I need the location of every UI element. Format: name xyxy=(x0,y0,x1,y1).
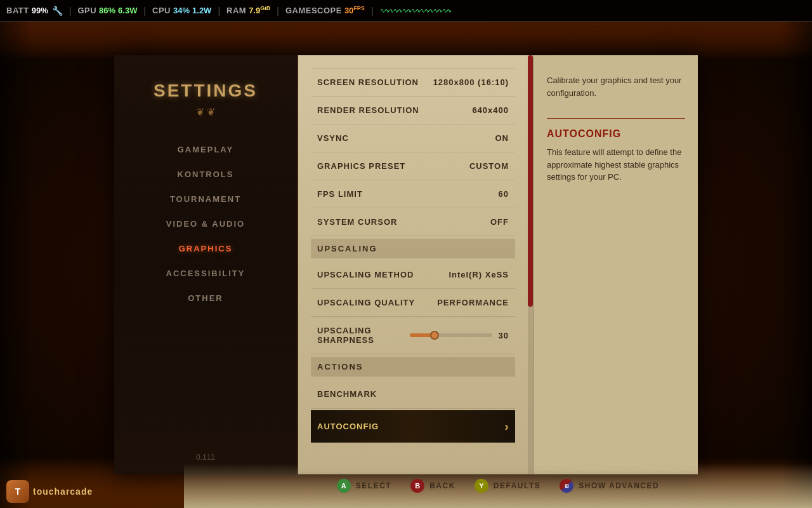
settings-container: SETTINGS ❦ ❦ GAMEPLAY KONTROLS TOURNAMEN… xyxy=(114,55,698,474)
autoconfig-row[interactable]: AUTOCONFIG › xyxy=(311,410,515,443)
b-button-icon: B xyxy=(410,479,424,493)
setting-upscaling-method[interactable]: UPSCALING METHOD Intel(R) XeSS xyxy=(311,261,515,289)
vsync-value: ON xyxy=(495,133,509,143)
setting-system-cursor[interactable]: SYSTEM CURSOR OFF xyxy=(311,208,515,236)
info-divider xyxy=(547,118,685,119)
sharpness-slider-container[interactable]: 30 xyxy=(410,331,509,340)
version-label: 0.111 xyxy=(196,453,215,462)
scroll-thumb[interactable] xyxy=(528,55,533,307)
hud-gpu: GPU 86% 6.3W xyxy=(77,6,137,15)
setting-fps-limit[interactable]: FPS LIMIT 60 xyxy=(311,180,515,208)
sharpness-value: 30 xyxy=(499,331,509,340)
upscaling-quality-value: PERFORMANCE xyxy=(437,298,509,307)
screen-resolution-label: SCREEN RESOLUTION xyxy=(317,77,419,87)
page-title: SETTINGS xyxy=(154,81,258,101)
scroll-indicator[interactable] xyxy=(528,55,533,474)
fps-limit-value: 60 xyxy=(499,189,509,199)
setting-upscaling-sharpness[interactable]: UPSCALING SHARPNESS 30 xyxy=(311,317,515,354)
gamescope-label: GAMESCOPE xyxy=(285,6,342,15)
action-bar: A SELECT B BACK Y DEFAULTS ⊞ SHOW ADVANC… xyxy=(184,464,812,508)
cpu-power: 1.2W xyxy=(192,6,211,15)
hud-batt: BATT 99% xyxy=(6,6,48,15)
benchmark-label: BENCHMARK xyxy=(317,389,377,399)
defaults-label: DEFAULTS xyxy=(494,481,540,490)
y-button-icon: Y xyxy=(475,479,488,493)
benchmark-row[interactable]: BENCHMARK xyxy=(311,379,515,409)
upscaling-method-value: Intel(R) XeSS xyxy=(449,270,509,279)
setting-upscaling-quality[interactable]: UPSCALING QUALITY PERFORMANCE xyxy=(311,289,515,317)
ta-logo-text: toucharcade xyxy=(33,486,93,497)
toucharcade-logo: T toucharcade xyxy=(6,480,93,503)
performance-graph: ∿∿∿∿∿∿∿∿∿∿∿∿∿∿∿∿ xyxy=(380,7,451,14)
nav-tournament[interactable]: TOURNAMENT xyxy=(114,187,297,211)
show-advanced-button[interactable]: ⊞ SHOW ADVANCED xyxy=(560,479,659,493)
nav-other[interactable]: OTHER xyxy=(114,286,297,311)
gpu-label: GPU xyxy=(77,6,96,15)
nav-video-audio[interactable]: VIDEO & AUDIO xyxy=(114,211,297,236)
select-button[interactable]: A SELECT xyxy=(337,479,391,493)
a-button-icon: A xyxy=(337,479,351,493)
show-advanced-label: SHOW ADVANCED xyxy=(579,481,659,490)
info-text: Calibrate your graphics and test your co… xyxy=(547,74,685,99)
batt-value: 99% xyxy=(32,6,48,15)
upscaling-sharpness-label: UPSCALING SHARPNESS xyxy=(317,326,410,345)
autoconfig-label: AUTOCONFIG xyxy=(317,422,379,431)
cpu-value: 34% xyxy=(173,6,190,15)
settings-list[interactable]: SCREEN RESOLUTION 812x508 (16:10) RENDE… xyxy=(298,55,528,474)
upscaling-method-label: UPSCALING METHOD xyxy=(317,270,414,279)
nav-graphics[interactable]: GRAPHICS xyxy=(114,236,297,261)
system-cursor-value: OFF xyxy=(490,217,509,227)
nav-accessibility[interactable]: ACCESSIBILITY xyxy=(114,261,297,286)
fps-limit-label: FPS LIMIT xyxy=(317,189,363,199)
defaults-button[interactable]: Y DEFAULTS xyxy=(475,479,540,493)
vsync-label: VSYNC xyxy=(317,133,349,143)
ram-value: 7.9GiB xyxy=(249,5,270,15)
system-cursor-label: SYSTEM CURSOR xyxy=(317,217,397,227)
hud-ram: RAM 7.9GiB xyxy=(226,5,270,15)
setting-screen-resolution[interactable]: SCREEN RESOLUTION 812x508 (16:10) xyxy=(311,68,515,97)
upscaling-header: UPSCALING xyxy=(311,239,515,258)
main-panel: SETTINGS ❦ ❦ GAMEPLAY KONTROLS TOURNAMEN… xyxy=(0,22,812,508)
nav-kontrols[interactable]: KONTROLS xyxy=(114,162,297,187)
hud-gamescope: GAMESCOPE 30FPS xyxy=(285,5,365,15)
multi-button-icon: ⊞ xyxy=(560,479,573,493)
gpu-power: 6.3W xyxy=(118,6,137,15)
select-label: SELECT xyxy=(356,481,391,490)
cpu-label: CPU xyxy=(152,6,171,15)
batt-label: BATT xyxy=(6,6,29,15)
gamescope-value: 30FPS xyxy=(344,5,365,15)
gpu-value: 86% xyxy=(99,6,115,15)
back-button[interactable]: B BACK xyxy=(410,479,455,493)
autoconfig-title: AUTOCONFIG xyxy=(547,128,685,140)
actions-header: ACTIONS xyxy=(311,357,515,377)
nav-gameplay[interactable]: GAMEPLAY xyxy=(114,137,297,162)
hud-cpu: CPU 34% 1.2W xyxy=(152,6,211,15)
ta-logo-icon: T xyxy=(6,480,29,503)
content-area: SCREEN RESOLUTION 812x508 (16:10) RENDE… xyxy=(298,55,698,474)
wrench-icon: 🔧 xyxy=(52,6,63,16)
back-label: BACK xyxy=(429,481,455,490)
sidebar: SETTINGS ❦ ❦ GAMEPLAY KONTROLS TOURNAMEN… xyxy=(114,55,298,474)
render-resolution-label: RENDER RESOLUTION xyxy=(317,105,419,115)
hud-bar: BATT 99% 🔧 | GPU 86% 6.3W | CPU 34% 1.2W… xyxy=(0,0,812,22)
setting-graphics-preset[interactable]: GRAPHICS PRESET CUSTOM xyxy=(311,152,515,180)
setting-vsync[interactable]: VSYNC ON xyxy=(311,124,515,152)
info-panel: Calibrate your graphics and test your co… xyxy=(533,55,698,474)
upscaling-quality-label: UPSCALING QUALITY xyxy=(317,298,415,307)
graphics-preset-value: CUSTOM xyxy=(469,161,509,171)
autoconfig-desc: This feature will attempt to define the … xyxy=(547,146,685,184)
render-resolution-value: 640x400 xyxy=(472,105,509,115)
sharpness-slider-track[interactable] xyxy=(410,333,492,337)
setting-render-resolution[interactable]: RENDER RESOLUTION 640x400 xyxy=(311,97,515,124)
title-ornament: ❦ ❦ xyxy=(196,106,215,118)
chevron-right-icon: › xyxy=(504,419,509,434)
graphics-preset-label: GRAPHICS PRESET xyxy=(317,161,405,171)
ram-label: RAM xyxy=(226,6,246,15)
sharpness-slider-thumb[interactable] xyxy=(430,331,439,340)
screen-resolution-value: 812x508 (16:10) xyxy=(433,77,509,87)
